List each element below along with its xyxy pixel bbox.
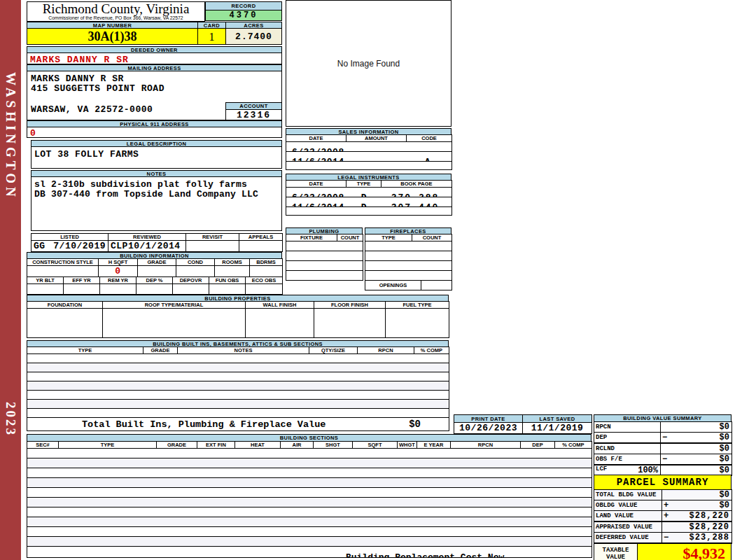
col-header: % COMP [555, 442, 592, 449]
table-row: 11/6/2014 A [286, 152, 452, 162]
map-number-value[interactable]: 30A(1)38 [27, 28, 198, 45]
taxable-value-label: TAXABLE VALUE [594, 544, 638, 560]
summary-row: OBS F/E − $0 [594, 454, 732, 465]
col-header: DEPOVR [173, 277, 209, 284]
mailing-line-1: MARKS DANNY R SR [31, 74, 124, 84]
col-header: FUN OBS [209, 277, 246, 284]
empty-row [286, 162, 452, 170]
county-title: Richmond County, Virginia [27, 2, 204, 15]
openings-label: OPENINGS [365, 281, 421, 290]
col-header: REVIEWED [108, 234, 186, 241]
commissioner-line: Commissioner of the Revenue, PO Box 366,… [27, 15, 204, 21]
col-header: FLOOR FINISH [314, 302, 386, 309]
building-info-header-row: CONSTRUCTION STYLE H SQFT GRADE COND ROO… [27, 259, 283, 266]
district-sidebar: WASHINGTON 2023 [0, 0, 21, 560]
col-header: TYPE [346, 181, 382, 188]
built-ins-total-value: $0 [409, 419, 421, 430]
taxable-value-amount: $4,932 [638, 544, 731, 560]
instrument-type: D [346, 202, 382, 207]
summary-row: RPCN $0 [594, 422, 732, 433]
reviewed-date: 10/1/2014 [128, 241, 181, 251]
parcel-value: $28,220 [690, 511, 732, 521]
review-table: LISTED REVIEWED REVISIT APPEALS GG 7/10/… [31, 233, 282, 252]
openings-value [421, 281, 452, 290]
parcel-op [662, 522, 666, 532]
parcel-value: $0 [720, 490, 732, 500]
col-header: RPCN [358, 347, 414, 354]
empty-row [286, 207, 452, 216]
empty-row [27, 449, 592, 458]
account-value: 12316 [225, 109, 282, 120]
sales-header-row: DATE AMOUNT CODE [286, 135, 452, 142]
last-saved-label: LAST SAVED [523, 415, 592, 423]
parcel-row: DEFERRED VALUE − $23,288 [594, 533, 732, 544]
col-header: SHGT [314, 442, 353, 449]
col-header: H SQFT [99, 259, 138, 266]
print-info-table: PRINT DATE LAST SAVED 10/26/2023 11/1/20… [454, 414, 592, 434]
district-name: WASHINGTON [3, 72, 18, 200]
col-header: QTY/SIZE [309, 347, 358, 354]
empty-row [286, 271, 363, 281]
empty-row [27, 527, 592, 537]
built-ins-table: TYPE GRADE NOTES QTY/SIZE RPCN % COMP To… [27, 346, 449, 431]
col-header: ECO OBS [246, 277, 283, 284]
col-header: GRADE [144, 347, 178, 354]
summary-label: DEP [594, 433, 661, 444]
col-header: RPCN [451, 442, 521, 449]
col-header: TYPE [365, 234, 412, 241]
property-photo-placeholder: No Image Found [286, 0, 451, 127]
col-header: TYPE [27, 347, 144, 354]
building-value-summary-table: RPCN $0 DEP − $0 RCLND $0 OBS F/E [594, 421, 732, 476]
revisit-cell [186, 241, 239, 252]
legal-instruments-header-row: DATE TYPE BOOK PAGE [286, 181, 452, 188]
parcel-label: APPRAISED VALUE [594, 522, 662, 533]
parcel-label: TOTAL BLDG VALUE [594, 490, 662, 500]
instrument-book-page: 270 288 [382, 192, 449, 197]
sale-code: A [407, 157, 449, 162]
review-value-row: GG 7/10/2019 CLP 10/1/2014 [31, 241, 283, 252]
construction-style-value [27, 266, 99, 277]
summary-op [661, 465, 664, 475]
parcel-row: OBLDG VALUE + $0 [594, 500, 732, 511]
appeals-cell [239, 241, 283, 252]
col-header: FUEL TYPE [386, 302, 449, 309]
card-value[interactable]: 1 [197, 28, 226, 45]
summary-label: OBS F/E [594, 454, 661, 465]
table-row: 6/23/2008 [286, 142, 452, 152]
physical-911-value: 0 [27, 127, 282, 138]
empty-row [365, 271, 452, 281]
col-header: NOTES [178, 347, 309, 354]
sale-date: 6/23/2008 [292, 147, 344, 152]
built-ins-total-label: Total Built Ins, Plumbing & Fireplace Va… [82, 419, 326, 430]
summary-value: $0 [720, 465, 732, 475]
building-information-table: CONSTRUCTION STYLE H SQFT GRADE COND ROO… [27, 258, 282, 295]
col-header: TYPE [59, 442, 157, 449]
instrument-date: 6/23/2008 [292, 192, 344, 197]
col-header: COUNT [412, 234, 452, 241]
empty-row [27, 478, 592, 488]
empty-row [27, 537, 592, 547]
parcel-value: $23,288 [690, 533, 732, 542]
empty-row [27, 468, 592, 478]
summary-row: RCLND $0 [594, 443, 732, 454]
col-header: BDRMS [250, 259, 283, 266]
summary-value: $0 [720, 444, 732, 454]
summary-value: $0 [720, 422, 732, 432]
empty-row [27, 458, 592, 468]
instrument-book-page: 307 440 [382, 202, 449, 207]
col-header: LISTED [31, 234, 108, 241]
col-header: ROOMS [215, 259, 250, 266]
summary-op: − [661, 433, 669, 442]
summary-value: $0 [720, 433, 732, 442]
col-header: REM YR [100, 277, 136, 284]
building-info-value-row: 0 [27, 266, 283, 277]
col-header: FOUNDATION [27, 302, 103, 309]
parcel-row: TOTAL BLDG VALUE $0 [594, 490, 732, 500]
instrument-date: 11/6/2014 [292, 202, 344, 207]
col-header: WHGT [398, 442, 417, 449]
bdrms-value [250, 266, 283, 277]
col-header: BOOK PAGE [382, 181, 452, 188]
col-header: DATE [286, 135, 346, 142]
col-header: DEP % [136, 277, 173, 284]
col-header: SEC# [27, 442, 59, 449]
